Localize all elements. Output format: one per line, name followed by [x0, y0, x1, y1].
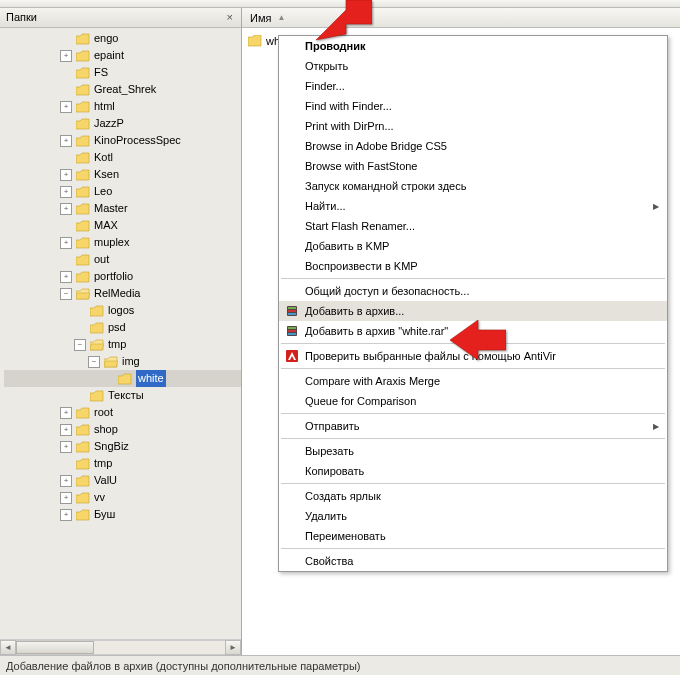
scroll-left-button[interactable]: ◄: [0, 640, 16, 655]
menu-item[interactable]: Finder...: [279, 76, 667, 96]
tree-item[interactable]: logos: [4, 302, 241, 319]
menu-item[interactable]: Общий доступ и безопасность...: [279, 281, 667, 301]
scroll-thumb[interactable]: [16, 641, 94, 654]
menu-item[interactable]: Добавить в KMP: [279, 236, 667, 256]
tree-label: vv: [94, 489, 105, 506]
expand-icon[interactable]: +: [60, 509, 72, 521]
tree-item[interactable]: +KinoProcessSpec: [4, 132, 241, 149]
tree-item[interactable]: psd: [4, 319, 241, 336]
menu-item-label: Удалить: [305, 510, 347, 522]
tree-item[interactable]: −img: [4, 353, 241, 370]
menu-item[interactable]: Отправить: [279, 416, 667, 436]
expand-icon[interactable]: +: [60, 271, 72, 283]
menu-item[interactable]: Compare with Araxis Merge: [279, 371, 667, 391]
menu-item[interactable]: Создать ярлык: [279, 486, 667, 506]
tree-item[interactable]: FS: [4, 64, 241, 81]
collapse-icon[interactable]: −: [88, 356, 100, 368]
menu-item[interactable]: Удалить: [279, 506, 667, 526]
tree-item[interactable]: +Leo: [4, 183, 241, 200]
menu-item[interactable]: Переименовать: [279, 526, 667, 546]
tree-item[interactable]: +Буш: [4, 506, 241, 523]
collapse-icon[interactable]: −: [74, 339, 86, 351]
menu-item[interactable]: Открыть: [279, 56, 667, 76]
tree-item[interactable]: +html: [4, 98, 241, 115]
menu-item[interactable]: Вырезать: [279, 441, 667, 461]
tree-item[interactable]: +root: [4, 404, 241, 421]
tree-label: logos: [108, 302, 134, 319]
tree-item[interactable]: +epaint: [4, 47, 241, 64]
folder-icon: [76, 424, 90, 436]
expand-icon[interactable]: +: [60, 492, 72, 504]
horizontal-scrollbar[interactable]: ◄ ►: [0, 639, 241, 655]
tree-item[interactable]: Great_Shrek: [4, 81, 241, 98]
tree-item[interactable]: white: [4, 370, 241, 387]
expand-icon[interactable]: +: [60, 424, 72, 436]
svg-rect-2: [288, 310, 296, 312]
context-menu[interactable]: ПроводникОткрытьFinder...Find with Finde…: [278, 35, 668, 572]
tree-label: MAX: [94, 217, 118, 234]
menu-item-label: Queue for Comparison: [305, 395, 416, 407]
menu-item[interactable]: Копировать: [279, 461, 667, 481]
menu-item-label: Воспроизвести в KMP: [305, 260, 418, 272]
tree-item[interactable]: MAX: [4, 217, 241, 234]
tree-label: RelMedia: [94, 285, 140, 302]
menu-item[interactable]: Print with DirPrn...: [279, 116, 667, 136]
menu-item[interactable]: Найти...: [279, 196, 667, 216]
expand-icon[interactable]: +: [60, 475, 72, 487]
svg-marker-18: [316, 0, 372, 40]
menu-item[interactable]: Browse with FastStone: [279, 156, 667, 176]
menu-item[interactable]: Find with Finder...: [279, 96, 667, 116]
svg-rect-5: [288, 327, 296, 329]
expand-icon[interactable]: +: [60, 237, 72, 249]
menu-item[interactable]: Browse in Adobe Bridge CS5: [279, 136, 667, 156]
expand-icon[interactable]: +: [60, 101, 72, 113]
expand-icon[interactable]: +: [60, 407, 72, 419]
tree-item[interactable]: −RelMedia: [4, 285, 241, 302]
tree-label: Master: [94, 200, 128, 217]
tree-label: muplex: [94, 234, 129, 251]
expand-icon[interactable]: +: [60, 135, 72, 147]
folder-icon: [76, 186, 90, 198]
folder-icon: [76, 271, 90, 283]
menu-item[interactable]: Свойства: [279, 551, 667, 571]
folder-tree[interactable]: engo+epaintFSGreat_Shrek+htmlJazzP+KinoP…: [0, 28, 241, 639]
tree-item[interactable]: +ValU: [4, 472, 241, 489]
tree-item[interactable]: +Ksen: [4, 166, 241, 183]
tree-item[interactable]: Тексты: [4, 387, 241, 404]
menu-item-label: Find with Finder...: [305, 100, 392, 112]
tree-item[interactable]: +Master: [4, 200, 241, 217]
expand-icon[interactable]: +: [60, 169, 72, 181]
menu-item-label: Отправить: [305, 420, 360, 432]
tree-label: JazzP: [94, 115, 124, 132]
expand-icon[interactable]: +: [60, 203, 72, 215]
svg-rect-7: [288, 333, 296, 335]
menu-separator: [281, 438, 665, 439]
tree-item[interactable]: tmp: [4, 455, 241, 472]
tree-label: Leo: [94, 183, 112, 200]
menu-item[interactable]: Запуск командной строки здесь: [279, 176, 667, 196]
tree-item[interactable]: +vv: [4, 489, 241, 506]
collapse-icon[interactable]: −: [60, 288, 72, 300]
menu-item[interactable]: Start Flash Renamer...: [279, 216, 667, 236]
scroll-right-button[interactable]: ►: [225, 640, 241, 655]
menu-item[interactable]: Queue for Comparison: [279, 391, 667, 411]
tree-item[interactable]: +muplex: [4, 234, 241, 251]
tree-item[interactable]: out: [4, 251, 241, 268]
tree-item[interactable]: +portfolio: [4, 268, 241, 285]
close-icon[interactable]: ×: [225, 11, 235, 23]
menu-item[interactable]: Воспроизвести в KMP: [279, 256, 667, 276]
menu-item-label: Вырезать: [305, 445, 354, 457]
tree-item[interactable]: JazzP: [4, 115, 241, 132]
tree-item[interactable]: engo: [4, 30, 241, 47]
expand-icon[interactable]: +: [60, 441, 72, 453]
expand-icon[interactable]: +: [60, 50, 72, 62]
expand-icon[interactable]: +: [60, 186, 72, 198]
tree-item[interactable]: −tmp: [4, 336, 241, 353]
menu-item[interactable]: Добавить в архив...: [279, 301, 667, 321]
menu-item-label: Finder...: [305, 80, 345, 92]
tree-item[interactable]: Kotl: [4, 149, 241, 166]
tree-item[interactable]: +SngBiz: [4, 438, 241, 455]
column-header-name[interactable]: Имя ▲: [242, 8, 680, 28]
tree-item[interactable]: +shop: [4, 421, 241, 438]
scroll-track[interactable]: [16, 640, 225, 655]
